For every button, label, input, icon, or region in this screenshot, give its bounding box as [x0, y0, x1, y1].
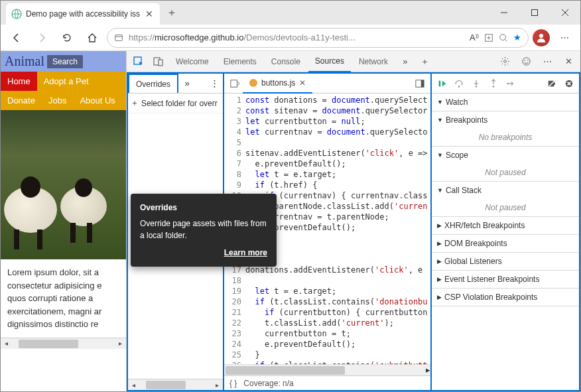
step-icon[interactable] — [505, 78, 517, 90]
maximize-button[interactable] — [519, 1, 550, 25]
nav-link-home[interactable]: Home — [1, 72, 37, 91]
devtools-close-icon[interactable]: ✕ — [559, 52, 578, 71]
new-tab-icon[interactable]: ＋ — [416, 52, 434, 71]
debug-section-xhr-fetch-breakpoints: ▶XHR/fetch Breakpoints — [432, 217, 579, 235]
debug-section-event-listener-breakpoints: ▶Event Listener Breakpoints — [432, 271, 579, 289]
svg-rect-23 — [439, 80, 441, 86]
tab-overrides[interactable]: Overrides — [128, 74, 178, 93]
inspect-icon[interactable] — [129, 52, 148, 71]
app-menu-button[interactable]: ⋯ — [554, 27, 575, 48]
chevron-right-icon: ▶ — [437, 258, 442, 265]
page-scrollbar[interactable]: ◂ ▸ — [1, 338, 126, 349]
minimize-button[interactable] — [489, 1, 519, 25]
settings-icon[interactable] — [495, 52, 514, 71]
devtools-tab-elements[interactable]: Elements — [217, 51, 263, 72]
tooltip-title: Overrides — [140, 202, 267, 214]
device-toggle-icon[interactable] — [149, 52, 168, 71]
debug-section-header[interactable]: ▼Call Stack — [432, 182, 579, 199]
step-out-icon[interactable] — [487, 78, 499, 90]
debug-section-header[interactable]: ▶Global Listeners — [432, 253, 579, 270]
debug-section-dom-breakpoints: ▶DOM Breakpoints — [432, 235, 579, 253]
debug-section-header[interactable]: ▶Event Listener Breakpoints — [432, 271, 579, 288]
zoom-icon[interactable] — [499, 33, 508, 42]
editor-scrollbar[interactable]: ▸ — [224, 364, 430, 375]
chevron-right-icon: ▶ — [437, 294, 442, 300]
nav-link-adopt-a-pet[interactable]: Adopt a Pet — [37, 72, 96, 91]
profile-avatar[interactable] — [533, 29, 550, 46]
pause-exceptions-icon[interactable] — [563, 78, 575, 90]
close-window-button[interactable] — [550, 1, 580, 25]
devtools-tab-console[interactable]: Console — [265, 51, 307, 72]
devtools-tab-welcome[interactable]: Welcome — [169, 51, 216, 72]
window-titlebar: Demo page with accessibility iss ✕ ＋ — [1, 1, 580, 25]
devtools-menu-icon[interactable]: ⋯ — [538, 52, 556, 71]
select-folder-button[interactable]: ＋ Select folder for overr — [128, 94, 223, 113]
debug-section-call-stack: ▼Call StackNot paused — [432, 182, 579, 217]
collections-icon[interactable] — [484, 33, 493, 42]
close-file-icon[interactable]: ✕ — [299, 78, 306, 88]
nav-link-donate[interactable]: Donate — [1, 91, 42, 110]
reload-button[interactable] — [56, 27, 78, 48]
debugger-toolbar — [432, 74, 579, 94]
more-nav-tabs-icon[interactable]: » — [178, 74, 196, 93]
file-nav-icon[interactable] — [227, 79, 243, 88]
file-tabbar: buttons.js ✕ — [224, 74, 430, 94]
site-nav: HomeAdopt a PetDonateJobsAbout Us — [1, 72, 126, 110]
more-tabs-icon[interactable]: » — [396, 52, 415, 71]
chevron-down-icon: ▼ — [437, 117, 443, 123]
svg-point-18 — [524, 60, 525, 61]
search-button[interactable]: Search — [47, 55, 83, 68]
toggle-sidebar-icon[interactable] — [412, 79, 428, 88]
home-button[interactable] — [82, 27, 103, 48]
svg-rect-2 — [532, 10, 538, 16]
feedback-icon[interactable] — [517, 52, 535, 71]
window-controls — [489, 1, 580, 25]
debug-section-header[interactable]: ▶CSP Violation Breakpoints — [432, 289, 579, 306]
browser-tab[interactable]: Demo page with accessibility iss ✕ — [6, 3, 160, 25]
debug-section-header[interactable]: ▼Scope — [432, 147, 579, 164]
forward-button[interactable] — [31, 27, 52, 48]
new-tab-button[interactable]: ＋ — [162, 3, 181, 22]
favorite-icon[interactable]: ★ — [513, 33, 521, 42]
close-tab-icon[interactable]: ✕ — [144, 9, 155, 19]
devtools-tab-sources[interactable]: Sources — [308, 51, 351, 72]
debug-section-body: No breakpoints — [432, 129, 579, 146]
step-over-icon[interactable] — [453, 78, 465, 90]
devtools-tabbar: WelcomeElementsConsoleSourcesNetwork » ＋… — [127, 51, 580, 72]
file-tab-buttons-js[interactable]: buttons.js ✕ — [243, 74, 312, 94]
nav-link-jobs[interactable]: Jobs — [42, 91, 73, 110]
tab-title: Demo page with accessibility iss — [26, 9, 140, 19]
debug-section-header[interactable]: ▼Breakpoints — [432, 111, 579, 129]
resume-icon[interactable] — [436, 78, 448, 90]
svg-line-11 — [505, 39, 507, 41]
svg-rect-5 — [115, 34, 123, 40]
pretty-print-icon[interactable]: { } — [229, 379, 237, 388]
back-button[interactable] — [6, 27, 27, 48]
debug-section-header[interactable]: ▶DOM Breakpoints — [432, 235, 579, 252]
debug-section-header[interactable]: ▼Watch — [432, 94, 579, 111]
nav-scrollbar[interactable]: ◂▸ — [128, 379, 223, 390]
svg-point-17 — [522, 58, 529, 65]
scroll-left-icon[interactable]: ◂ — [1, 338, 12, 349]
read-aloud-icon[interactable]: A)) — [470, 33, 479, 42]
site-info-icon[interactable] — [114, 33, 123, 42]
address-bar[interactable]: https://microsoftedge.github.io/Demos/de… — [107, 28, 529, 48]
svg-rect-20 — [231, 80, 237, 87]
chevron-down-icon: ▼ — [437, 187, 443, 194]
scroll-right-icon[interactable]: ▸ — [115, 338, 126, 349]
tooltip-learn-more-link[interactable]: Learn more — [140, 247, 267, 259]
debug-section-body: Not paused — [432, 164, 579, 181]
svg-point-28 — [493, 86, 495, 88]
deactivate-breakpoints-icon[interactable] — [546, 78, 558, 90]
devtools-tab-network[interactable]: Network — [352, 51, 395, 72]
nav-menu-icon[interactable]: ⋮ — [206, 74, 223, 93]
debug-section-header[interactable]: ▶XHR/fetch Breakpoints — [432, 217, 579, 234]
svg-rect-15 — [159, 60, 162, 66]
chevron-right-icon: ▶ — [437, 222, 442, 229]
url-text: https://microsoftedge.github.io/Demos/de… — [129, 33, 464, 42]
nav-link-about-us[interactable]: About Us — [73, 91, 121, 110]
svg-point-16 — [503, 60, 506, 63]
svg-point-26 — [476, 86, 478, 88]
debug-section-watch: ▼Watch — [432, 94, 579, 111]
step-into-icon[interactable] — [470, 78, 482, 90]
